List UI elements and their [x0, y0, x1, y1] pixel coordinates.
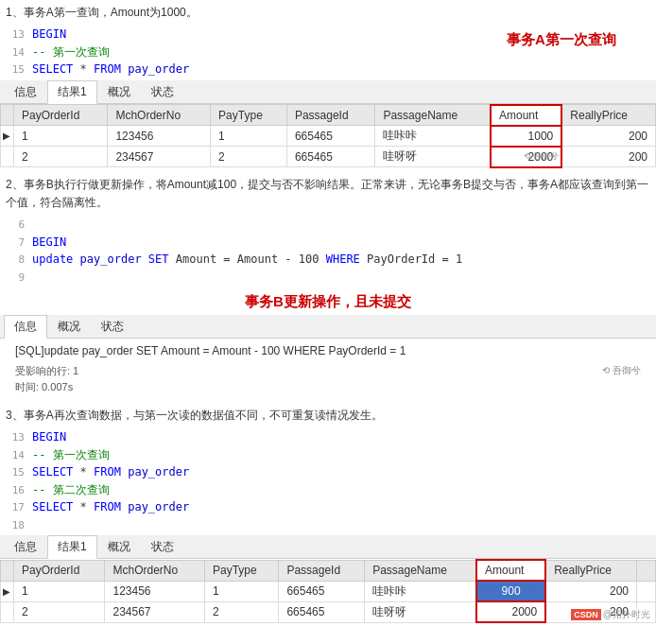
code-token: pay_order	[121, 61, 189, 78]
section2-result: [SQL]update pay_order SET Amount = Amoun…	[0, 339, 656, 399]
sql-line: [SQL]update pay_order SET Amount = Amoun…	[8, 342, 648, 359]
cell-passageid: 665465	[279, 601, 365, 622]
section3-desc: 3、事务A再次查询数据，与第一次读的数据值不同，不可重复读情况发生。	[0, 403, 656, 426]
code-token: BEGIN	[32, 26, 66, 43]
cell-passageid: 665465	[286, 147, 375, 167]
line-num: 15	[6, 465, 32, 481]
col-header-passageid: PassageId	[279, 560, 365, 581]
code-token: pay_order	[73, 251, 147, 268]
cell-paytype: 1	[211, 126, 287, 147]
col-header-passageid: PassageId	[286, 105, 375, 126]
section3: 3、事务A再次查询数据，与第一次读的数据值不同，不可重复读情况发生。 13 BE…	[0, 403, 656, 623]
tab-info[interactable]: 信息	[4, 80, 47, 103]
code-token: PayOrderId = 1	[360, 251, 462, 268]
code-token: pay_order	[121, 463, 189, 480]
cell-mchorderno: 123456	[108, 126, 211, 147]
row-arrow: ▶	[1, 581, 14, 601]
code-token: -- 第一次查询	[32, 44, 110, 61]
line-num: 6	[6, 218, 32, 234]
cell-payorderid: 1	[14, 581, 105, 601]
line-num: 18	[6, 518, 32, 534]
col-header-extra	[637, 560, 656, 581]
watermark: CSDN @拓扑时光	[571, 608, 650, 621]
col-header-arrow	[1, 560, 14, 581]
code-token: Amount = Amount - 100	[169, 251, 326, 268]
code-token: BEGIN	[32, 428, 66, 445]
tab-overview[interactable]: 概况	[47, 315, 91, 338]
code-token: *	[73, 463, 94, 480]
row-arrow	[1, 147, 14, 167]
tab-info[interactable]: 信息	[4, 315, 47, 339]
cell-paytype: 2	[204, 601, 278, 622]
cell-passageid: 665465	[286, 126, 375, 147]
table-row: 2 234567 2 665465 哇呀呀 2000 200	[1, 601, 656, 622]
section3-table-wrapper: PayOrderId MchOrderNo PayType PassageId …	[0, 559, 656, 623]
line-num: 7	[6, 235, 32, 252]
row-arrow: ▶	[1, 126, 14, 147]
col-header-mchorderno: MchOrderNo	[105, 560, 205, 581]
cell-amount: 2000 ⟲ 吾御兮	[491, 147, 561, 167]
section3-tabbar: 信息 结果1 概况 状态	[0, 535, 656, 559]
row-arrow	[1, 601, 14, 622]
watermark-text: @拓扑时光	[603, 608, 650, 621]
line-num: 14	[6, 45, 32, 61]
line-num: 14	[6, 448, 32, 464]
line-num: 8	[6, 252, 32, 269]
cell-amount: 1000	[491, 126, 561, 147]
col-header-passagename: PassageName	[375, 105, 491, 126]
cell-paytype: 2	[211, 147, 287, 167]
section1-desc: 1、事务A第一查询，Amount为1000。	[0, 0, 656, 24]
tab-result1[interactable]: 结果1	[47, 535, 97, 559]
col-header-arrow	[1, 105, 14, 126]
cell-passagename: 哇呀呀	[365, 601, 476, 622]
col-header-payorderid: PayOrderId	[14, 105, 108, 126]
cell-passagename: 哇呀呀	[375, 147, 491, 167]
tab-status[interactable]: 状态	[141, 80, 184, 103]
col-header-paytype: PayType	[211, 105, 287, 126]
cell-extra	[637, 581, 656, 601]
cell-passagename: 哇咔咔	[365, 581, 476, 601]
cell-payorderid: 2	[14, 601, 105, 622]
csdn-logo: CSDN	[571, 609, 601, 620]
line-num: 9	[6, 270, 32, 287]
tab-result1[interactable]: 结果1	[47, 80, 97, 104]
cell-paytype: 1	[204, 581, 278, 601]
section2: 2、事务B执行行做更新操作，将Amount减100，提交与否不影响结果。正常来讲…	[0, 172, 656, 399]
cell-payorderid: 1	[14, 126, 108, 147]
code-token: FROM	[94, 463, 121, 480]
code-token: WHERE	[326, 251, 360, 268]
code-token: BEGIN	[32, 234, 66, 251]
code-token: SELECT	[32, 498, 73, 515]
cell-reallyprice: 200	[561, 147, 655, 167]
section2-title: 事务B更新操作，且未提交	[245, 289, 411, 313]
code-token	[32, 216, 39, 233]
code-token	[32, 516, 39, 533]
section1-table-wrapper: PayOrderId MchOrderNo PayType PassageId …	[0, 104, 656, 168]
affected-rows: 受影响的行: 1 ⟲ 吾御兮	[8, 363, 648, 379]
cell-reallyprice: 200	[545, 581, 636, 601]
code-token: SELECT	[32, 463, 73, 480]
col-header-mchorderno: MchOrderNo	[108, 105, 211, 126]
tab-overview[interactable]: 概况	[97, 535, 141, 558]
undo-icon: ⟲ 吾御兮	[524, 150, 560, 163]
col-header-passagename: PassageName	[365, 560, 476, 581]
line-num: 13	[6, 27, 32, 44]
section1-code: 13 BEGIN 14 -- 第一次查询 15 SELECT * FROM pa…	[0, 24, 467, 80]
line-num: 13	[6, 430, 32, 446]
tab-status[interactable]: 状态	[91, 315, 134, 338]
tab-status[interactable]: 状态	[141, 535, 184, 558]
tab-info[interactable]: 信息	[4, 535, 47, 558]
section2-title-area: 事务B更新操作，且未提交	[0, 287, 656, 315]
code-token: *	[73, 498, 94, 515]
cell-mchorderno: 123456	[105, 581, 205, 601]
section1-table: PayOrderId MchOrderNo PayType PassageId …	[0, 104, 656, 168]
cell-reallyprice: 200	[561, 126, 655, 147]
cell-payorderid: 2	[14, 147, 108, 167]
table-row: ▶ 1 123456 1 665465 哇咔咔 900 200	[1, 581, 656, 601]
col-header-amount: Amount	[476, 560, 545, 581]
undo-icon2: ⟲ 吾御兮	[602, 364, 641, 378]
col-header-reallyprice: ReallyPrice	[561, 105, 655, 126]
tab-overview[interactable]: 概况	[97, 80, 141, 103]
section1: 1、事务A第一查询，Amount为1000。 13 BEGIN 14 -- 第一…	[0, 0, 656, 168]
cell-mchorderno: 234567	[108, 147, 211, 167]
